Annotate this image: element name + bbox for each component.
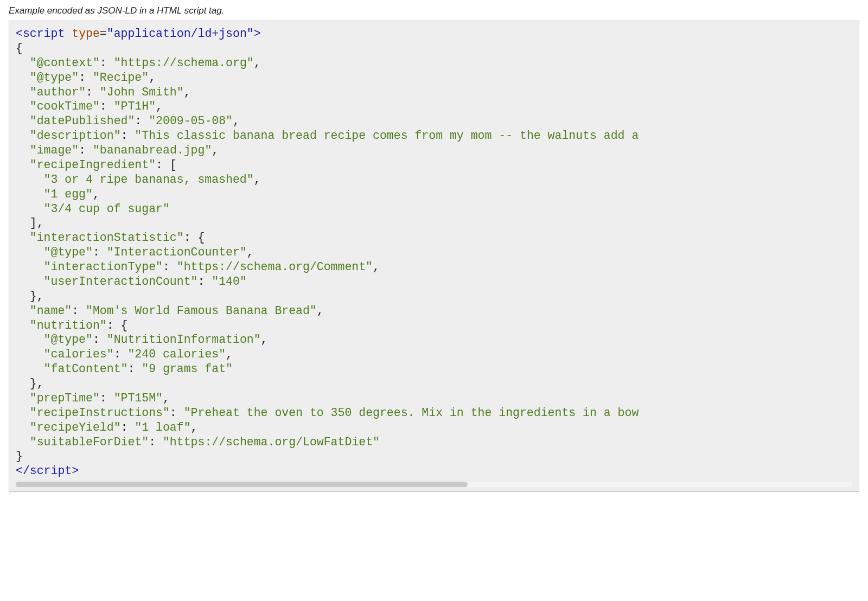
key-preptime: "prepTime" [30, 392, 100, 405]
key-type: "@type" [30, 71, 79, 84]
val-ingredient-0: "3 or 4 ripe bananas, smashed" [44, 173, 254, 186]
val-suitablefordiet: "https://schema.org/LowFatDiet" [163, 436, 380, 449]
val-recipeyield: "1 loaf" [135, 421, 190, 434]
close-tag-gt: > [72, 464, 79, 477]
key-nutrition: "nutrition" [30, 319, 107, 332]
bracket-close-ingredients: ] [30, 216, 37, 229]
val-type: "Recipe" [93, 71, 149, 84]
val-nut-calories: "240 calories" [127, 348, 226, 361]
code-example-box: <script type="application/ld+json"> { "@… [9, 21, 859, 492]
key-suitablefordiet: "suitableForDiet" [30, 436, 149, 449]
val-recipeinstructions: "Preheat the oven to 350 degrees. Mix in… [184, 406, 639, 419]
val-is-count: "140" [212, 275, 247, 288]
val-is-interactiontype: "https://schema.org/Comment" [177, 260, 373, 273]
key-context: "@context" [30, 56, 100, 69]
key-description: "description" [30, 129, 121, 142]
key-name: "name" [30, 304, 72, 317]
code-block: <script type="application/ld+json"> { "@… [16, 27, 852, 478]
key-recipeyield: "recipeYield" [30, 421, 121, 434]
val-cooktime: "PT1H" [114, 100, 156, 113]
val-ingredient-1: "1 egg" [44, 188, 93, 201]
val-author: "John Smith" [100, 86, 184, 99]
open-tag-lt: < [16, 27, 23, 40]
key-cooktime: "cookTime" [30, 100, 100, 113]
brace-close-interactionstat: } [30, 290, 37, 303]
attr-eq: = [100, 27, 107, 40]
close-tag-name: script [30, 464, 72, 477]
brace-close-nutrition: } [30, 377, 37, 390]
key-image: "image" [30, 144, 79, 157]
val-context: "https://schema.org" [114, 56, 254, 69]
key-nut-calories: "calories" [44, 348, 114, 361]
open-tag-name: script [23, 27, 65, 40]
key-is-count: "userInteractionCount" [44, 275, 198, 288]
val-preptime: "PT15M" [114, 392, 163, 405]
caption-prefix: Example encoded as [9, 5, 98, 16]
open-tag-gt: > [254, 27, 261, 40]
val-is-type: "InteractionCounter" [107, 246, 247, 259]
horizontal-scrollbar[interactable] [16, 482, 852, 487]
key-nut-fat: "fatContent" [44, 362, 128, 375]
val-nut-type: "NutritionInformation" [107, 333, 261, 346]
key-is-type: "@type" [44, 246, 93, 259]
json-open-brace: { [16, 42, 23, 55]
bracket-open-ingredients: [ [170, 158, 177, 171]
key-nut-type: "@type" [44, 333, 93, 346]
key-is-interactiontype: "interactionType" [44, 260, 163, 273]
attr-value-type: "application/ld+json" [107, 27, 254, 40]
brace-open-interactionstat: { [197, 231, 205, 244]
key-recipeinstructions: "recipeInstructions" [30, 406, 170, 419]
horizontal-scrollbar-thumb[interactable] [16, 482, 468, 487]
val-description: "This classic banana bread recipe comes … [135, 129, 646, 142]
val-datepublished: "2009-05-08" [149, 114, 233, 127]
val-ingredient-2: "3/4 cup of sugar" [44, 202, 170, 215]
val-nut-fat: "9 grams fat" [142, 362, 233, 375]
key-interactionstatistic: "interactionStatistic" [30, 231, 184, 244]
key-datepublished: "datePublished" [30, 114, 135, 127]
val-image: "bananabread.jpg" [93, 144, 212, 157]
val-name: "Mom's World Famous Banana Bread" [86, 304, 317, 317]
brace-open-nutrition: { [121, 319, 128, 332]
jsonld-link[interactable]: JSON-LD [98, 5, 137, 16]
close-tag-lt: </ [16, 464, 30, 477]
example-caption: Example encoded as JSON-LD in a HTML scr… [9, 5, 859, 16]
attr-name-type: type [72, 27, 100, 40]
key-recipeingredient: "recipeIngredient" [30, 158, 156, 171]
caption-suffix: in a HTML script tag. [137, 5, 224, 16]
json-close-brace: } [16, 450, 23, 463]
key-author: "author" [30, 86, 86, 99]
